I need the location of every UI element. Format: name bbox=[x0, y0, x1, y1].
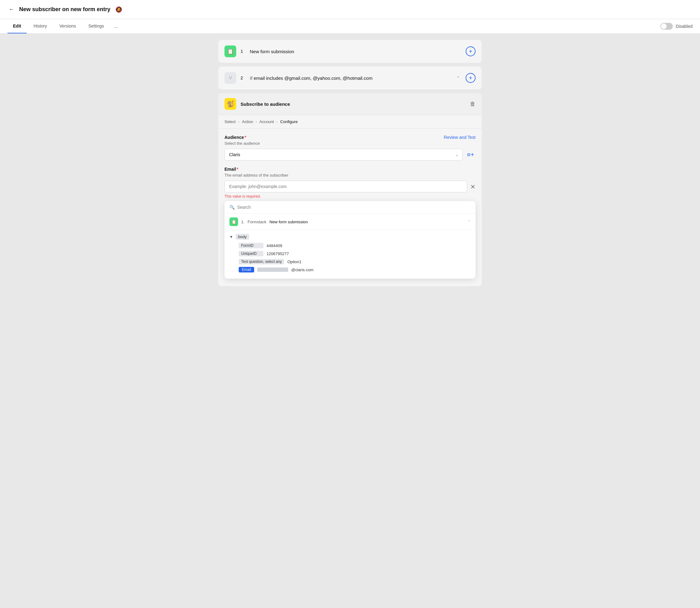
step-1-label: New form submission bbox=[250, 49, 461, 54]
configure-section: Review and Test Audience* Select the aud… bbox=[218, 128, 482, 286]
field-key-formid: FormID bbox=[239, 243, 264, 248]
trash-button[interactable]: 🗑 bbox=[470, 101, 475, 107]
subscribe-card: 🐒 Subscribe to audience 🗑 Select › Actio… bbox=[218, 93, 482, 286]
close-icon: ✕ bbox=[470, 184, 475, 190]
subscribe-title: Subscribe to audience bbox=[240, 101, 466, 107]
list-item[interactable]: Email @claris.com bbox=[239, 267, 471, 272]
audience-select[interactable]: Claris bbox=[225, 149, 463, 160]
audience-field: Audience* Select the audience Claris ⌄ ≡… bbox=[225, 135, 475, 160]
tab-versions[interactable]: Versions bbox=[54, 19, 82, 33]
audience-desc: Select the audience bbox=[225, 141, 475, 146]
dropdown-search-row: 🔍 bbox=[225, 201, 475, 214]
field-key-uniqueid: UniqueID bbox=[239, 251, 264, 256]
formstack-icon: 📋 bbox=[229, 217, 238, 226]
email-input[interactable] bbox=[225, 180, 467, 192]
email-error: This value is required. bbox=[225, 194, 467, 198]
tab-settings[interactable]: Settings bbox=[83, 19, 110, 33]
breadcrumb-account[interactable]: Account bbox=[259, 119, 274, 124]
formstack-num: 1. bbox=[241, 220, 245, 224]
data-rows: FormID 4484409 UniqueID 1206795277 bbox=[229, 243, 471, 272]
step-2-icon: ⑂ bbox=[225, 72, 236, 84]
email-dropdown-popup: 🔍 📋 1. Formstack New form submission ⌃ bbox=[225, 201, 475, 279]
list-item[interactable]: Test question, select any Option1 bbox=[239, 259, 471, 264]
step-1-add-button[interactable]: + bbox=[466, 46, 475, 56]
trash-icon: 🗑 bbox=[470, 101, 475, 107]
add-icon-2: + bbox=[469, 75, 472, 82]
breadcrumb-configure[interactable]: Configure bbox=[280, 119, 297, 124]
page-title: New subscriber on new form entry bbox=[19, 6, 110, 13]
breadcrumb-action[interactable]: Action bbox=[242, 119, 253, 124]
step-2-add-button[interactable]: + bbox=[466, 73, 475, 83]
audience-select-wrapper: Claris ⌄ bbox=[225, 149, 463, 160]
email-field: Email* The email address of the subscrib… bbox=[225, 167, 475, 279]
subscribe-header: 🐒 Subscribe to audience 🗑 bbox=[218, 93, 482, 115]
email-required: * bbox=[236, 167, 238, 172]
tabs-bar: Edit History Versions Settings ... Disab… bbox=[0, 19, 700, 34]
step-1-card: 📋 1 New form submission + bbox=[218, 40, 482, 63]
mailchimp-icon: 🐒 bbox=[225, 98, 236, 110]
tab-edit[interactable]: Edit bbox=[7, 19, 26, 33]
breadcrumb-select[interactable]: Select bbox=[225, 119, 236, 124]
field-value-uniqueid: 1206795277 bbox=[267, 251, 289, 256]
review-test-link[interactable]: Review and Test bbox=[444, 135, 475, 140]
breadcrumb: Select › Action › Account › Configure bbox=[218, 115, 482, 128]
bell-icon: 🔕 bbox=[115, 6, 122, 13]
field-value-test: Option1 bbox=[287, 260, 302, 264]
step-2-card: ⑂ 2 If email includes @gmail.com, @yahoo… bbox=[218, 66, 482, 89]
step-2-num: 2 bbox=[240, 75, 246, 80]
tab-more[interactable]: ... bbox=[111, 19, 121, 33]
audience-required: * bbox=[245, 135, 246, 140]
step-1-icon: 📋 bbox=[225, 45, 236, 57]
body-tag: body bbox=[236, 234, 249, 240]
triangle-icon[interactable]: ▼ bbox=[229, 235, 233, 239]
field-value-formid: 4484409 bbox=[267, 243, 282, 248]
formstack-row: 📋 1. Formstack New form submission ⌃ bbox=[225, 214, 475, 230]
back-button[interactable]: ← bbox=[7, 5, 16, 14]
email-label: Email bbox=[225, 167, 236, 172]
close-email-button[interactable]: ✕ bbox=[470, 183, 475, 190]
email-domain-value: @claris.com bbox=[291, 267, 313, 272]
email-desc: The email address of the subscriber bbox=[225, 173, 475, 177]
email-blurred-value bbox=[257, 267, 288, 272]
step-1-num: 1 bbox=[240, 49, 246, 54]
list-add-button[interactable]: ≡+ bbox=[466, 150, 475, 159]
formstack-chevron-icon[interactable]: ⌃ bbox=[467, 220, 471, 224]
formstack-sublabel: New form submission bbox=[270, 220, 308, 224]
dropdown-search-input[interactable] bbox=[237, 205, 471, 210]
body-section: ▼ body FormID 4484409 bbox=[225, 230, 475, 279]
formstack-name: Formstack bbox=[248, 220, 267, 224]
audience-label: Audience bbox=[225, 135, 244, 140]
step-2-label: If email includes @gmail.com, @yahoo.com… bbox=[250, 75, 452, 81]
list-add-icon: ≡+ bbox=[467, 151, 474, 158]
toggle-label: Disabled bbox=[676, 24, 693, 29]
field-key-test: Test question, select any bbox=[239, 259, 284, 264]
add-icon: + bbox=[469, 48, 472, 55]
search-icon: 🔍 bbox=[229, 205, 235, 210]
tab-history[interactable]: History bbox=[28, 19, 53, 33]
field-key-email: Email bbox=[239, 267, 254, 272]
back-icon: ← bbox=[9, 6, 14, 12]
list-item[interactable]: FormID 4484409 bbox=[239, 243, 471, 248]
disabled-toggle[interactable] bbox=[660, 23, 673, 30]
email-input-wrapper: This value is required. bbox=[225, 180, 467, 198]
chevron-up-icon[interactable]: ⌃ bbox=[456, 75, 460, 80]
list-item[interactable]: UniqueID 1206795277 bbox=[239, 251, 471, 256]
